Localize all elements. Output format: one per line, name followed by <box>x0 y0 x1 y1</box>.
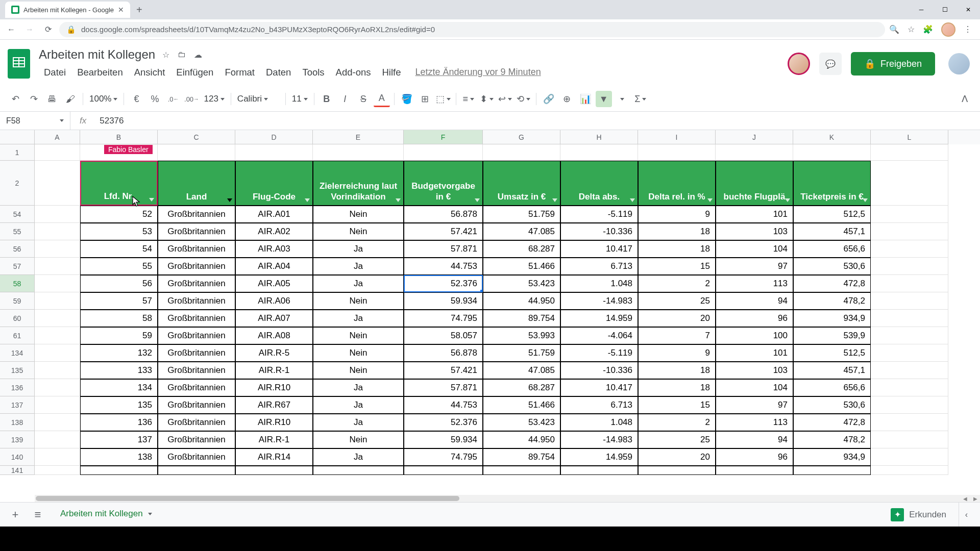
cell[interactable]: 53 <box>80 223 158 240</box>
cell[interactable]: 134 <box>80 379 158 396</box>
cell[interactable]: -10.336 <box>560 223 638 240</box>
percent-button[interactable]: % <box>146 91 163 107</box>
cell[interactable] <box>35 292 80 310</box>
cell[interactable]: AIR.A02 <box>235 223 313 240</box>
row-header[interactable]: 56 <box>0 240 35 258</box>
undo-button[interactable]: ↶ <box>7 91 23 107</box>
cell[interactable]: 136 <box>80 414 158 431</box>
cell[interactable]: 15 <box>638 396 716 414</box>
cell[interactable]: 2 <box>638 275 716 292</box>
row-header[interactable]: 136 <box>0 379 35 396</box>
cell[interactable]: Ja <box>313 448 404 466</box>
forward-button[interactable]: → <box>22 22 37 37</box>
cell[interactable]: Nein <box>313 223 404 240</box>
cell[interactable] <box>871 240 948 258</box>
cell[interactable]: 25 <box>638 431 716 448</box>
cell[interactable]: Nein <box>313 292 404 310</box>
cell[interactable]: 18 <box>638 240 716 258</box>
cell[interactable]: 656,6 <box>793 240 871 258</box>
cell[interactable] <box>35 396 80 414</box>
collaborator-avatar[interactable] <box>788 53 810 75</box>
cell[interactable]: 57.871 <box>404 379 483 396</box>
functions-button[interactable]: Σ <box>632 91 649 107</box>
side-panel-toggle[interactable]: ‹ <box>959 503 974 527</box>
row-header[interactable]: 59 <box>0 292 35 310</box>
col-header-E[interactable]: E <box>313 130 404 144</box>
col-header-F[interactable]: F <box>404 130 483 144</box>
sheet-menu-caret-icon[interactable] <box>148 513 152 515</box>
filter-dropdown-icon[interactable] <box>149 198 154 202</box>
cell[interactable] <box>483 466 560 475</box>
cell[interactable]: Großbritannien <box>158 240 235 258</box>
cell[interactable]: Umsatz in € <box>483 161 560 206</box>
move-icon[interactable]: 🗀 <box>178 50 186 60</box>
cell[interactable] <box>313 466 404 475</box>
cell[interactable] <box>560 466 638 475</box>
cell[interactable]: 1.048 <box>560 414 638 431</box>
cell[interactable]: 18 <box>638 362 716 379</box>
filter-dropdown-icon[interactable] <box>863 198 868 202</box>
cell[interactable]: Ticketpreis in € <box>793 161 871 206</box>
cell[interactable]: 53.993 <box>483 327 560 344</box>
fill-color-button[interactable]: 🪣 <box>399 91 415 107</box>
cell[interactable]: AIR.R-5 <box>235 344 313 362</box>
cell[interactable] <box>560 144 638 161</box>
cell[interactable]: Flug-Code <box>235 161 313 206</box>
cell[interactable]: 44.950 <box>483 431 560 448</box>
collapse-toolbar-button[interactable]: ᐱ <box>957 91 973 107</box>
cell[interactable]: Nein <box>313 362 404 379</box>
cell[interactable]: AIR.A06 <box>235 292 313 310</box>
cell[interactable]: AIR.R10 <box>235 414 313 431</box>
font-dropdown[interactable]: Calibri <box>235 94 281 104</box>
cell[interactable]: Zielerreichung laut Vorindikation <box>313 161 404 206</box>
col-header-K[interactable]: K <box>793 130 871 144</box>
doc-title[interactable]: Arbeiten mit Kollegen <box>39 47 155 62</box>
cell[interactable]: 52.376 <box>404 275 483 292</box>
cell[interactable]: 51.759 <box>483 344 560 362</box>
row-header[interactable]: 57 <box>0 258 35 275</box>
cell[interactable]: 59.934 <box>404 431 483 448</box>
cell[interactable]: 57.421 <box>404 362 483 379</box>
cell[interactable]: 68.287 <box>483 379 560 396</box>
h-align-button[interactable]: ≡ <box>460 91 477 107</box>
row-header[interactable]: 134 <box>0 344 35 362</box>
cell[interactable]: 1.048 <box>560 275 638 292</box>
cell[interactable]: AIR.R10 <box>235 379 313 396</box>
filter-dropdown-icon[interactable] <box>305 198 310 202</box>
cell[interactable]: Nein <box>313 344 404 362</box>
cell[interactable]: 10.417 <box>560 240 638 258</box>
cell[interactable]: Budgetvorgabe in € <box>404 161 483 206</box>
grid-container[interactable]: ABCDEFGHIJKL 12Lfd. Nr.LandFlug-CodeZiel… <box>0 130 980 502</box>
cell[interactable]: 478,2 <box>793 292 871 310</box>
filter-dropdown-icon[interactable] <box>630 198 635 202</box>
cell[interactable]: 55 <box>80 258 158 275</box>
cell[interactable]: 100 <box>716 327 793 344</box>
filter-dropdown-icon[interactable] <box>475 198 480 202</box>
cell[interactable]: Nein <box>313 327 404 344</box>
cloud-status-icon[interactable]: ☁ <box>194 50 202 60</box>
cell[interactable] <box>638 466 716 475</box>
cell[interactable]: 103 <box>716 362 793 379</box>
cell[interactable]: 56 <box>80 275 158 292</box>
cell[interactable]: 6.713 <box>560 258 638 275</box>
cell[interactable]: Großbritannien <box>158 344 235 362</box>
cell[interactable]: Großbritannien <box>158 258 235 275</box>
cell[interactable]: 53.423 <box>483 275 560 292</box>
cell[interactable]: 56.878 <box>404 344 483 362</box>
cell[interactable]: Lfd. Nr. <box>80 161 158 206</box>
zoom-dropdown[interactable]: 100% <box>87 94 119 104</box>
cell[interactable] <box>871 414 948 431</box>
filter-dropdown-icon[interactable] <box>552 198 557 202</box>
cell[interactable] <box>35 144 80 161</box>
wrap-button[interactable]: ↩ <box>497 91 513 107</box>
row-header[interactable]: 138 <box>0 414 35 431</box>
cell[interactable]: 44.753 <box>404 258 483 275</box>
v-align-button[interactable]: ⬍ <box>479 91 495 107</box>
cell[interactable]: 101 <box>716 206 793 223</box>
cell[interactable]: Land <box>158 161 235 206</box>
cell[interactable]: 530,6 <box>793 396 871 414</box>
share-button[interactable]: 🔒 Freigeben <box>851 52 935 76</box>
cell[interactable]: 51.759 <box>483 206 560 223</box>
cell[interactable]: 53.423 <box>483 414 560 431</box>
font-size-dropdown[interactable]: 11 <box>290 94 310 104</box>
